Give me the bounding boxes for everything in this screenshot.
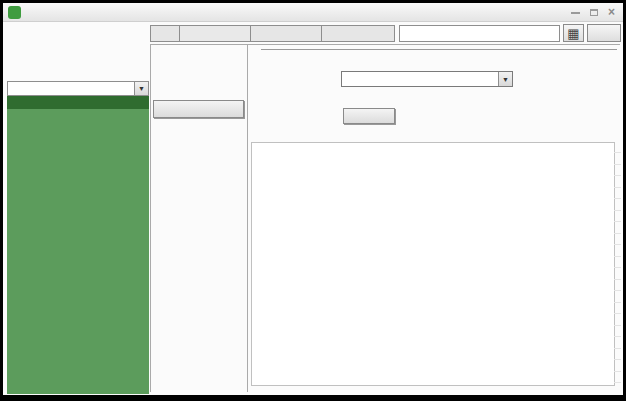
date-value[interactable]: [180, 25, 251, 42]
date-label: [150, 25, 180, 42]
mode-indicator: [251, 25, 322, 42]
customer-field[interactable]: [399, 25, 560, 42]
panel-header: [253, 49, 617, 50]
title-bar: ×: [3, 3, 623, 22]
process-orders-window: × ▦ ▼ ▼: [0, 0, 626, 401]
date-toolbar: [150, 25, 395, 42]
nav-panel-divider: [150, 44, 151, 392]
panel-title-rule: [261, 49, 617, 50]
restore-icon[interactable]: [590, 9, 598, 16]
calculator-button[interactable]: ▦: [563, 24, 584, 42]
sidebar-menu: [7, 109, 149, 394]
sidebar-tabs: [7, 96, 149, 109]
order-filter-combo[interactable]: ▼: [7, 81, 149, 96]
chevron-down-icon[interactable]: ▼: [498, 72, 512, 86]
minimize-icon[interactable]: [571, 10, 580, 14]
set-button[interactable]: [343, 108, 395, 124]
horizontal-divider: [150, 44, 620, 45]
page-title: [12, 26, 26, 43]
send-status-to-web-button[interactable]: [153, 100, 244, 118]
sidebar: ▼: [7, 81, 149, 394]
toolbar-spacer: [322, 25, 395, 42]
close-button[interactable]: [587, 24, 621, 42]
calculator-icon: ▦: [567, 27, 579, 40]
chevron-down-icon[interactable]: ▼: [134, 82, 148, 95]
status-combo[interactable]: ▼: [341, 71, 513, 87]
item-grid[interactable]: [251, 142, 615, 386]
content-panel-divider: [247, 44, 248, 392]
grid-filler-strip: [614, 142, 621, 383]
close-window-icon[interactable]: ×: [608, 7, 615, 17]
app-icon: [8, 6, 21, 19]
